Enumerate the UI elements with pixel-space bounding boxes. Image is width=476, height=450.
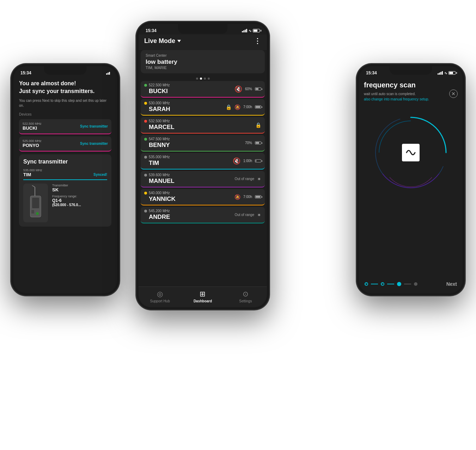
mute-icon: 🔕 [234,104,240,110]
wizard-connector-3 [404,284,411,284]
dashboard-icon: ⊞ [200,290,206,298]
nav-dashboard[interactable]: ⊞ Dashboard [181,290,224,303]
wizard-connector-1 [371,284,378,284]
smart-center-subtitle: TIM, MARIE [146,66,260,70]
sync-button-bucki[interactable]: Sync transmitter [80,124,108,128]
live-mode-title: Live Mode [144,37,181,45]
carousel-dots [139,75,267,81]
mute-icon: 🔇 [234,85,242,93]
status-icons-right: ∿ [438,71,456,75]
channel-tim[interactable]: 535.000 MHz TIM 🔇 1:00h [141,153,265,169]
lock-icon: 🔒 [255,122,261,128]
time-center: 15:34 [146,28,157,33]
wifi-icon-center: ∿ [249,29,251,33]
battery-icon-right [448,71,456,75]
svg-point-4 [36,212,39,215]
more-menu-button[interactable]: ⋮ [254,37,261,45]
transmitter-info: Transmitter SK Frequency range: Q1-6 (52… [23,184,107,222]
freq-scan-title: frequency scan [364,81,458,89]
mute-icon: 🔇 [233,157,240,165]
notch-center [178,24,227,34]
channel-andre[interactable]: 545.200 MHz ANDRE Out of range ✶ [141,207,265,223]
channel-marcel[interactable]: 532.500 MHz MARCEL 🔒 [141,117,265,134]
wizard-step-4 [414,282,417,286]
bottom-nav: ◎ Support Hub ⊞ Dashboard ⊙ Settings [139,286,267,307]
settings-label: Settings [239,299,252,303]
left-header-subtitle: You can press Next to skip this step and… [19,98,111,108]
right-phone: 15:34 ∿ ✕ frequency scan wait until auto… [356,63,465,296]
dashboard-label: Dashboard [194,299,212,303]
sync-device-row: 535.000 MHz TIM Synced! [23,168,107,180]
center-header: Live Mode ⋮ [139,35,267,50]
synced-label: Synced! [93,173,107,177]
notch-left [44,66,86,75]
channel-bucki[interactable]: 522.500 MHz BUCKI 🔇 60% [141,81,265,98]
scan-circle [368,110,453,195]
support-hub-label: Support Hub [150,299,170,303]
status-icons-center: ∿ [242,29,260,33]
svg-line-3 [32,185,35,187]
time-left: 15:34 [20,70,31,75]
freq-scan-desc: wait until auto scan is completed. also … [364,91,458,102]
left-header-title: You are almost done!Just sync your trans… [19,80,111,95]
close-button[interactable]: ✕ [449,90,458,98]
channel-sarah[interactable]: 530.000 MHz SARAH 🔒 🔕 7:00h [141,99,265,116]
wifi-icon-right: ∿ [444,71,447,75]
sennheiser-logo [402,144,420,161]
bluetooth-icon: ✶ [257,176,261,182]
center-phone: 15:34 ∿ Live Mode ⋮ [136,21,270,310]
wizard-step-2 [381,282,384,286]
signal-icon-right [438,71,443,75]
svg-rect-5 [31,210,34,214]
smart-center-title: low battery [146,58,260,66]
time-right: 15:34 [366,70,377,75]
freq-scan-link[interactable]: also change into manual frequency setup. [364,97,429,101]
channel-list: 522.500 MHz BUCKI 🔇 60% [139,81,267,223]
transmitter-image [23,184,48,222]
smart-center-banner[interactable]: Smart Center low battery TIM, MARIE [141,50,265,73]
wizard-nav: Next [359,278,463,290]
sync-button-ponyo[interactable]: Sync transmitter [80,142,108,146]
nav-support-hub[interactable]: ◎ Support Hub [139,290,181,303]
svg-rect-1 [32,198,39,208]
sync-section: Sync transmitter 535.000 MHz TIM Synced! [19,154,111,227]
bluetooth-icon: ✶ [257,212,261,218]
wizard-step-3 [397,282,401,286]
signal-icon-center [242,29,247,32]
left-content: You are almost done!Just sync your trans… [13,77,117,229]
sync-title: Sync transmitter [23,159,107,165]
wizard-steps [365,282,417,286]
lock-icon: 🔒 [226,104,232,110]
wizard-step-1 [365,282,368,286]
signal-icon-left [106,71,110,75]
left-phone: 15:34 You are almost done!Just sync your… [11,63,120,296]
devices-label: Devices [19,112,111,116]
channel-manuel[interactable]: 539.600 MHz MANUEL Out of range ✶ [141,171,265,187]
device-row[interactable]: 525.000 MHz PONYO Sync transmitter [19,136,111,152]
next-button[interactable]: Next [446,281,457,287]
device-row[interactable]: 522.500 MHz BUCKI Sync transmitter [19,119,111,134]
battery-icon-center [253,29,260,32]
channel-benny[interactable]: 547.500 MHz BENNY 70% [141,135,265,152]
support-hub-icon: ◎ [157,290,163,298]
nav-settings[interactable]: ⊙ Settings [224,290,267,303]
live-mode-dropdown[interactable] [177,40,181,42]
mute-icon: 🔕 [234,194,240,200]
channel-yannick[interactable]: 540.000 MHz YANNICK 🔕 7:00h [141,189,265,205]
wizard-connector-2 [387,284,394,284]
status-icons-left [106,71,110,75]
settings-icon: ⊙ [243,290,249,298]
notch-right [390,66,432,75]
smart-center-label: Smart Center [146,54,260,57]
